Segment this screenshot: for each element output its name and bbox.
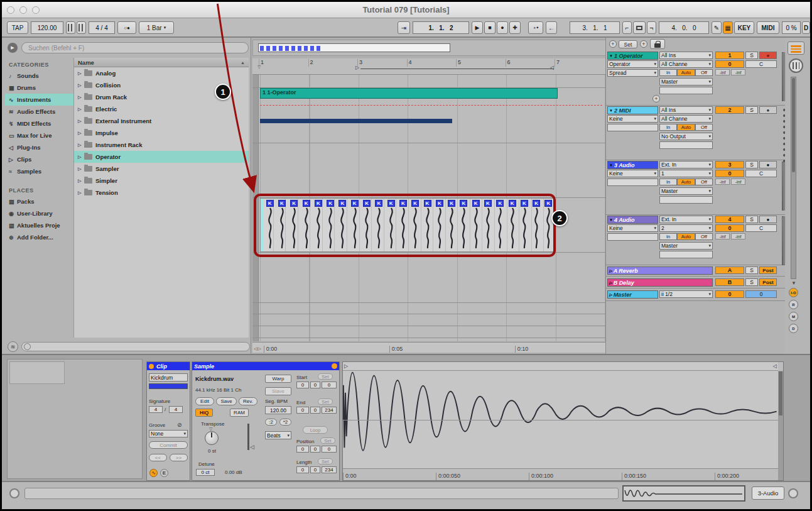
unfold-track-icon[interactable]: ▼ bbox=[609, 218, 613, 222]
scrollbar-thumb[interactable] bbox=[792, 78, 795, 172]
ram-button[interactable]: RAM bbox=[230, 409, 249, 417]
pre-post-toggle[interactable]: Post bbox=[759, 266, 777, 274]
scroll-right-icon[interactable]: ▷ bbox=[257, 346, 263, 353]
sidebar-category-item[interactable]: ≋ Audio Effects bbox=[5, 106, 73, 118]
sidebar-category-item[interactable]: ▦ Drums bbox=[5, 82, 73, 94]
monitor-off[interactable]: Off bbox=[695, 124, 713, 131]
warp-marker-badge[interactable]: K bbox=[533, 200, 540, 207]
reverse-button[interactable]: Rev. bbox=[239, 397, 257, 405]
clip-active-dot-icon[interactable] bbox=[149, 364, 154, 369]
solo-button[interactable]: S bbox=[745, 52, 758, 59]
session-view-toggle-icon[interactable] bbox=[789, 58, 803, 73]
metronome-button[interactable]: ○● bbox=[117, 21, 136, 34]
input-type-chooser[interactable]: Ext. In▾ bbox=[659, 216, 713, 223]
solo-button[interactable]: S bbox=[745, 106, 758, 114]
crossfade-chooser[interactable]: ii 1/2▾ bbox=[659, 290, 713, 298]
warp-marker-badge[interactable]: K bbox=[387, 200, 395, 207]
loop-length-display[interactable]: 4. 0. 0 bbox=[659, 21, 709, 34]
track-name-bar[interactable]: ▼ 3 Audio bbox=[607, 161, 658, 169]
section-toggle-button[interactable]: D bbox=[789, 324, 798, 333]
clip-color-chooser[interactable] bbox=[149, 383, 188, 389]
disclosure-triangle-icon[interactable]: ▷ bbox=[78, 143, 84, 148]
monitor-auto[interactable]: Auto bbox=[677, 233, 695, 240]
edit-button[interactable]: Edit bbox=[195, 397, 214, 405]
disclosure-triangle-icon[interactable]: ▷ bbox=[78, 71, 84, 76]
browser-play-icon[interactable]: ▶ bbox=[8, 43, 18, 53]
quantization-menu[interactable]: 1 Bar ▾ bbox=[139, 21, 174, 34]
loop-start-display[interactable]: 3. 1. 1 bbox=[570, 21, 620, 34]
track-name-bar[interactable]: ▼ 2 MIDI bbox=[607, 106, 658, 114]
sample-end-marker-icon[interactable]: ◁ bbox=[773, 363, 777, 369]
track-header-2-midi[interactable]: ▼ 2 MIDI All Ins▾ Keine▾ All Channe▾ In … bbox=[606, 106, 789, 160]
device-chooser[interactable]: Keine▾ bbox=[607, 224, 658, 232]
input-type-chooser[interactable]: Ext. In▾ bbox=[659, 161, 713, 168]
section-toggle-button[interactable]: M bbox=[789, 312, 798, 321]
vertical-scrollbar[interactable] bbox=[791, 77, 796, 279]
nudge-forward-button[interactable]: >> bbox=[170, 454, 188, 461]
slave-button[interactable]: Slave bbox=[265, 387, 291, 395]
midi-track-clip-bar[interactable] bbox=[260, 119, 452, 123]
clip-overview[interactable] bbox=[622, 485, 745, 502]
half-tempo-button[interactable]: :2 bbox=[265, 419, 277, 426]
sidebar-category-item[interactable]: ▷ Clips bbox=[5, 153, 73, 165]
warp-marker-badge[interactable]: K bbox=[315, 200, 322, 207]
disclosure-triangle-icon[interactable]: ▷ bbox=[78, 107, 84, 112]
length-set-button[interactable]: Set bbox=[318, 458, 333, 464]
kick-sample-cell[interactable]: K bbox=[470, 200, 482, 251]
start-beat-field[interactable]: 0 bbox=[310, 382, 320, 388]
kick-sample-cell[interactable]: K bbox=[543, 200, 555, 251]
set-locator-button[interactable]: Set bbox=[619, 40, 637, 48]
pan-field[interactable]: C bbox=[745, 170, 777, 177]
output-chooser[interactable]: No Output▾ bbox=[659, 133, 713, 140]
warp-marker-badge[interactable]: K bbox=[496, 200, 504, 207]
track-number-badge[interactable]: 2 bbox=[715, 106, 744, 114]
unfold-track-icon[interactable]: ▼ bbox=[609, 109, 613, 113]
warp-marker-badge[interactable]: K bbox=[338, 200, 346, 207]
midi-map-button[interactable]: MIDI bbox=[757, 21, 779, 34]
time-signature-display[interactable]: 4 / 4 bbox=[89, 21, 115, 34]
output-channel-chooser[interactable] bbox=[659, 141, 713, 149]
nudge-up-button[interactable] bbox=[77, 21, 86, 34]
section-toggle-button[interactable]: R bbox=[789, 300, 798, 309]
volume-field[interactable]: 0 bbox=[715, 60, 744, 68]
detune-field[interactable]: 0 ct bbox=[196, 469, 215, 476]
monitor-in[interactable]: In bbox=[659, 69, 677, 76]
track-header-1-operator[interactable]: ▼ 1 Operator All Ins▾ Operator▾ All Chan… bbox=[606, 51, 789, 106]
device-list-item[interactable]: ▷ Analog bbox=[74, 67, 249, 79]
monitor-off[interactable]: Off bbox=[695, 233, 713, 240]
kick-sample-cell[interactable]: K bbox=[324, 200, 336, 251]
sort-arrow-icon[interactable]: ▲ bbox=[241, 60, 245, 65]
warp-button[interactable]: Warp bbox=[265, 375, 291, 383]
tempo-display[interactable]: 120.00 bbox=[31, 21, 63, 34]
track-header-4-audio[interactable]: ▼ 4 Audio Ext. In▾ Keine▾ 2▾ In Auto Off… bbox=[606, 215, 789, 265]
groove-hotswap-icon[interactable]: ⊘ bbox=[177, 422, 182, 428]
kick-sample-cell[interactable]: K bbox=[349, 200, 360, 251]
kick-sample-cell[interactable]: K bbox=[421, 200, 433, 251]
kick-sample-cell[interactable]: K bbox=[482, 200, 494, 251]
input-channel-chooser[interactable]: All Channe▾ bbox=[659, 60, 713, 68]
sidebar-place-item[interactable]: ◉ User-Library bbox=[5, 207, 73, 219]
waveform-scrollbar[interactable] bbox=[778, 371, 783, 480]
kick-sample-cell[interactable]: K bbox=[276, 200, 288, 251]
signature-numerator[interactable]: 4 bbox=[149, 406, 163, 413]
section-toggle-button[interactable]: I-O bbox=[789, 288, 798, 297]
start-set-button[interactable]: Set bbox=[318, 373, 333, 380]
position-set-button[interactable]: Set bbox=[320, 437, 335, 444]
warp-marker-badge[interactable]: K bbox=[303, 200, 310, 207]
draw-mode-button[interactable]: ✎ bbox=[712, 21, 722, 34]
solo-button[interactable]: S bbox=[745, 216, 758, 223]
kick-sample-cell[interactable]: K bbox=[445, 200, 457, 251]
groove-chooser[interactable]: None▾ bbox=[149, 430, 188, 437]
record-button[interactable]: ● bbox=[497, 21, 508, 34]
loop-button[interactable]: Loop bbox=[303, 426, 328, 434]
unfold-track-icon[interactable]: ▼ bbox=[609, 54, 613, 58]
punch-out-button[interactable]: ¬ bbox=[647, 21, 656, 34]
unfold-track-icon[interactable]: ▼ bbox=[609, 163, 613, 167]
solo-button[interactable]: S bbox=[745, 278, 758, 286]
position-beat-field[interactable]: 0 bbox=[310, 446, 320, 453]
sidebar-place-item[interactable]: ▧ Aktuelles Proje bbox=[5, 219, 73, 231]
pan-field[interactable]: C bbox=[745, 224, 777, 232]
kick-sample-cell[interactable]: K bbox=[531, 200, 543, 251]
right-corner-knob-icon[interactable] bbox=[788, 488, 798, 498]
kick-sample-cell[interactable]: K bbox=[409, 200, 421, 251]
